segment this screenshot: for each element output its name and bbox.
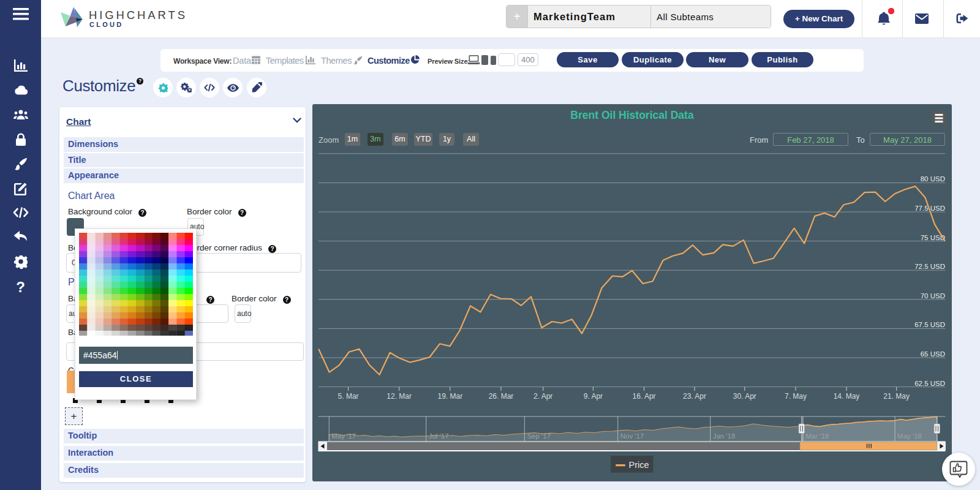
svg-text:Mar '18: Mar '18 xyxy=(805,432,829,440)
svg-text:19. Mar: 19. Mar xyxy=(437,392,462,401)
svg-text:Price: Price xyxy=(629,460,649,470)
svg-text:65 USD: 65 USD xyxy=(921,350,945,358)
svg-text:9. Apr: 9. Apr xyxy=(584,392,603,401)
svg-text:Brent Oil Historical Data: Brent Oil Historical Data xyxy=(570,109,694,121)
svg-text:21. May: 21. May xyxy=(883,392,910,401)
svg-text:Jan '18: Jan '18 xyxy=(713,432,736,440)
svg-text:23. Apr: 23. Apr xyxy=(683,392,706,401)
svg-text:May '17: May '17 xyxy=(331,432,356,440)
svg-text:26. Mar: 26. Mar xyxy=(489,392,514,401)
svg-text:72.5 USD: 72.5 USD xyxy=(914,263,945,270)
svg-text:Nov '17: Nov '17 xyxy=(620,432,644,440)
svg-text:80 USD: 80 USD xyxy=(921,175,945,183)
svg-text:12. Mar: 12. Mar xyxy=(386,392,412,401)
svg-text:2. Apr: 2. Apr xyxy=(533,392,552,401)
svg-text:62.5 USD: 62.5 USD xyxy=(914,380,945,387)
svg-text:7. May: 7. May xyxy=(785,392,807,401)
svg-text:5. Mar: 5. Mar xyxy=(338,392,359,401)
svg-text:30. Apr: 30. Apr xyxy=(733,392,756,401)
svg-text:14. May: 14. May xyxy=(834,392,860,401)
svg-text:70 USD: 70 USD xyxy=(921,292,945,300)
svg-text:16. Apr: 16. Apr xyxy=(633,392,656,401)
svg-text:67.5 USD: 67.5 USD xyxy=(914,321,945,328)
svg-text:May '18: May '18 xyxy=(897,432,922,440)
